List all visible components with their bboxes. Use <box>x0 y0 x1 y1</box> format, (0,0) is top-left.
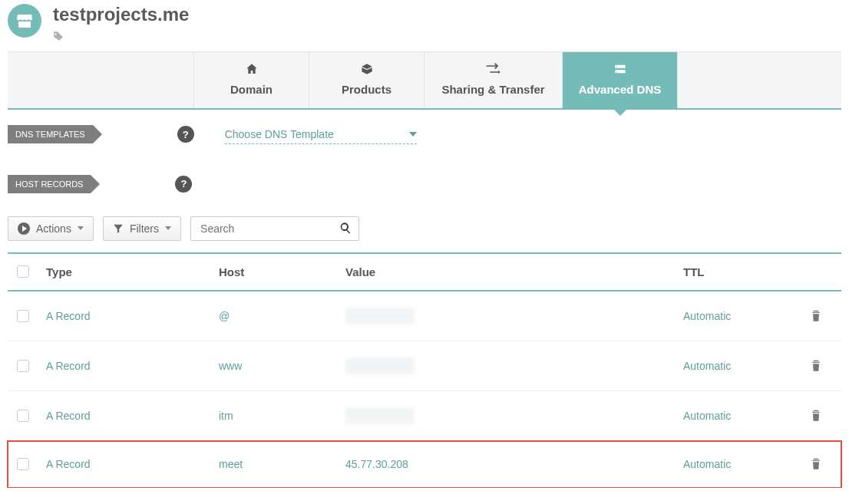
server-icon <box>613 63 627 75</box>
search-input[interactable] <box>190 216 359 241</box>
filters-label: Filters <box>130 222 159 235</box>
record-host: www <box>219 360 345 372</box>
share-icon <box>485 63 502 75</box>
chevron-down-icon <box>165 226 171 230</box>
record-type: A Record <box>46 410 219 422</box>
actions-label: Actions <box>36 222 71 235</box>
home-icon <box>245 63 259 75</box>
row-checkbox[interactable] <box>17 458 29 470</box>
select-all-checkbox[interactable] <box>17 265 29 278</box>
table-row[interactable]: A RecordwwwAutomatic <box>8 341 841 391</box>
record-host: meet <box>219 458 345 470</box>
record-value: 45.77.30.208 <box>345 458 408 470</box>
delete-icon[interactable] <box>810 359 841 373</box>
main-tabs: Domain Products Sharing & Transfer Advan… <box>8 51 841 110</box>
col-ttl: TTL <box>683 265 810 278</box>
row-checkbox[interactable] <box>17 410 29 422</box>
actions-button[interactable]: Actions <box>8 216 94 241</box>
help-icon[interactable]: ? <box>175 176 192 193</box>
tab-spacer <box>8 52 194 108</box>
tab-products[interactable]: Products <box>309 52 424 108</box>
tab-advanced-dns[interactable]: Advanced DNS <box>563 52 678 108</box>
record-ttl: Automatic <box>683 458 810 470</box>
blurred-value <box>345 407 415 424</box>
host-records-tag: HOST RECORDS <box>8 175 91 193</box>
delete-icon[interactable] <box>810 409 841 423</box>
col-host: Host <box>219 265 345 278</box>
record-host: @ <box>219 310 345 322</box>
table-row[interactable]: A Recordmeet45.77.30.208Automatic <box>8 441 841 488</box>
shop-icon <box>8 4 41 38</box>
filter-icon <box>113 223 124 234</box>
delete-icon[interactable] <box>810 457 841 471</box>
tab-label: Advanced DNS <box>579 83 662 96</box>
tab-sharing-transfer[interactable]: Sharing & Transfer <box>424 52 563 108</box>
row-checkbox[interactable] <box>17 360 29 372</box>
record-ttl: Automatic <box>683 360 810 372</box>
tab-label: Sharing & Transfer <box>441 83 544 96</box>
chevron-down-icon <box>409 132 417 137</box>
search-icon[interactable] <box>339 222 352 237</box>
table-header: Type Host Value TTL <box>8 252 841 292</box>
record-ttl: Automatic <box>683 310 810 322</box>
dns-template-select[interactable]: Choose DNS Template <box>225 125 417 144</box>
play-icon <box>18 222 30 235</box>
page-title: testprojects.me <box>53 4 189 26</box>
table-row[interactable]: A Record@Automatic <box>8 292 841 341</box>
col-value: Value <box>345 265 683 278</box>
help-icon[interactable]: ? <box>177 126 194 143</box>
record-host: itm <box>219 410 345 422</box>
tab-label: Domain <box>230 83 273 96</box>
dns-template-label: Choose DNS Template <box>225 128 334 140</box>
tab-domain[interactable]: Domain <box>194 52 309 108</box>
delete-icon[interactable] <box>810 309 841 323</box>
record-type: A Record <box>46 458 219 470</box>
blurred-value <box>345 357 415 374</box>
chevron-down-icon <box>78 226 84 230</box>
record-ttl: Automatic <box>683 410 810 422</box>
tab-label: Products <box>342 83 391 96</box>
col-type: Type <box>46 265 219 278</box>
box-icon <box>360 63 374 75</box>
tag-icon[interactable] <box>53 31 189 44</box>
table-row[interactable]: A RecorditmAutomatic <box>8 391 841 441</box>
record-type: A Record <box>46 360 219 372</box>
record-type: A Record <box>46 310 219 322</box>
blurred-value <box>345 308 415 324</box>
dns-templates-tag: DNS TEMPLATES <box>8 125 93 143</box>
filters-button[interactable]: Filters <box>103 216 181 241</box>
row-checkbox[interactable] <box>17 310 29 322</box>
